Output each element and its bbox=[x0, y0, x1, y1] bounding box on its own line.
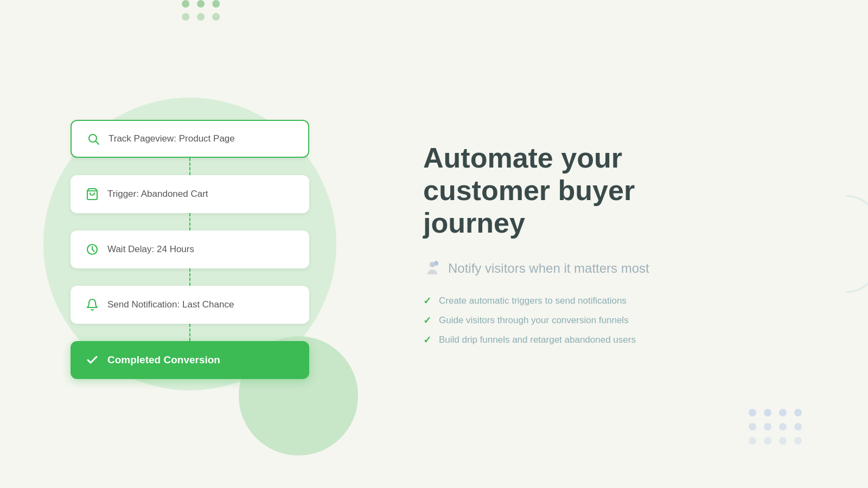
feature-list: ✓ Create automatic triggers to send noti… bbox=[423, 295, 814, 346]
notify-icon bbox=[423, 259, 442, 278]
search-icon bbox=[87, 132, 100, 145]
svg-line-1 bbox=[96, 142, 99, 145]
arc-decoration bbox=[846, 195, 868, 293]
flow-card-send-notification[interactable]: Send Notification: Last Chance bbox=[71, 286, 309, 324]
wait-delay-label: Wait Delay: 24 Hours bbox=[107, 244, 194, 255]
cart-icon bbox=[86, 188, 99, 201]
track-pageview-label: Track Pageview: Product Page bbox=[108, 133, 235, 144]
flow-card-wait-delay[interactable]: Wait Delay: 24 Hours bbox=[71, 230, 309, 268]
top-dots-decoration bbox=[182, 0, 222, 21]
bell-icon bbox=[86, 298, 99, 311]
bottom-right-dots bbox=[749, 409, 803, 445]
check-icon bbox=[86, 354, 99, 367]
right-panel: Automate your customer buyer journey Not… bbox=[380, 0, 868, 488]
svg-point-5 bbox=[434, 261, 438, 266]
send-notification-label: Send Notification: Last Chance bbox=[107, 299, 234, 310]
feature-item-3: ✓ Build drip funnels and retarget abando… bbox=[423, 334, 814, 346]
connector-3 bbox=[189, 268, 190, 286]
trigger-cart-label: Trigger: Abandoned Cart bbox=[107, 189, 208, 200]
feature-check-icon-2: ✓ bbox=[423, 314, 431, 326]
connector-1 bbox=[189, 158, 190, 175]
flow-diagram: Track Pageview: Product Page Trigger: Ab… bbox=[71, 120, 309, 379]
feature-check-icon-1: ✓ bbox=[423, 295, 431, 307]
connector-4 bbox=[189, 324, 190, 341]
flow-card-track-pageview[interactable]: Track Pageview: Product Page bbox=[71, 120, 309, 158]
connector-2 bbox=[189, 213, 190, 230]
subheading-row: Notify visitors when it matters most bbox=[423, 259, 814, 278]
main-heading: Automate your customer buyer journey bbox=[423, 142, 727, 239]
feature-item-1: ✓ Create automatic triggers to send noti… bbox=[423, 295, 814, 307]
clock-icon bbox=[86, 243, 99, 256]
left-panel: Track Pageview: Product Page Trigger: Ab… bbox=[0, 0, 380, 488]
flow-card-trigger-cart[interactable]: Trigger: Abandoned Cart bbox=[71, 175, 309, 213]
feature-text-3: Build drip funnels and retarget abandone… bbox=[439, 335, 636, 345]
completed-conversion-label: Completed Conversion bbox=[107, 354, 220, 366]
flow-card-completed-conversion[interactable]: Completed Conversion bbox=[71, 341, 309, 379]
feature-text-1: Create automatic triggers to send notifi… bbox=[439, 296, 627, 306]
feature-item-2: ✓ Guide visitors through your conversion… bbox=[423, 314, 814, 326]
subheading-text: Notify visitors when it matters most bbox=[448, 261, 649, 276]
feature-check-icon-3: ✓ bbox=[423, 334, 431, 346]
feature-text-2: Guide visitors through your conversion f… bbox=[439, 315, 629, 326]
